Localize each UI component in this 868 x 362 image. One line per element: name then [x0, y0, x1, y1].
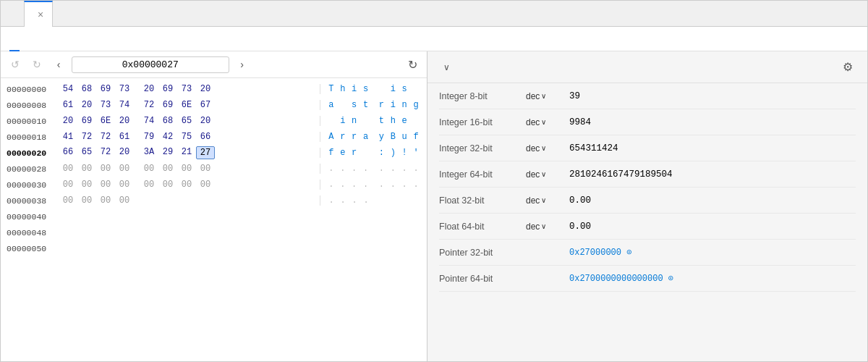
hex-byte[interactable]: 72 [96, 131, 115, 143]
value-data: 0x2700000000000000 ⊙ [569, 273, 856, 284]
hex-byte[interactable]: 00 [96, 195, 115, 206]
hex-byte[interactable]: 42 [158, 131, 177, 143]
hex-byte[interactable]: 6E [96, 115, 115, 127]
value-data: 0.00 [569, 222, 856, 232]
hex-byte[interactable]: 68 [158, 115, 177, 127]
ascii-char: . [411, 180, 421, 190]
endian-selector[interactable]: ∨ [439, 62, 450, 72]
hex-byte[interactable]: 79 [140, 131, 158, 143]
hex-byte[interactable]: 00 [158, 179, 177, 190]
hex-byte[interactable]: 20 [77, 99, 96, 111]
ascii-char: T [326, 84, 336, 94]
value-format-selector[interactable]: dec∨ [526, 91, 569, 101]
hex-byte[interactable]: 69 [77, 115, 96, 127]
hex-byte[interactable]: 20 [115, 146, 134, 159]
refresh-button[interactable]: ↻ [404, 56, 421, 73]
hex-byte[interactable]: 00 [77, 163, 96, 174]
hex-bytes-group: 00000000 [59, 195, 320, 206]
hex-byte[interactable]: 00 [96, 163, 115, 174]
ascii-char [326, 116, 336, 126]
hex-byte[interactable]: 54 [59, 83, 77, 95]
hex-byte[interactable]: 00 [77, 179, 96, 190]
hex-row: 000000005468697320697320This is [7, 81, 421, 97]
hex-byte[interactable]: 72 [140, 99, 158, 111]
hex-byte[interactable]: 00 [177, 179, 196, 190]
hex-byte[interactable]: 21 [177, 146, 196, 159]
hex-byte[interactable]: 00 [196, 163, 215, 174]
address-input[interactable] [72, 56, 229, 73]
hex-byte[interactable]: 20 [140, 83, 158, 95]
hex-byte[interactable]: 00 [115, 179, 134, 190]
hex-byte[interactable]: 00 [158, 163, 177, 174]
value-format-selector[interactable]: dec∨ [526, 169, 569, 180]
hex-byte[interactable]: 29 [158, 146, 177, 159]
hex-byte[interactable]: 65 [77, 146, 96, 159]
hex-byte[interactable]: 74 [115, 99, 134, 111]
pointer-link[interactable]: 0x27000000 ⊙ [569, 248, 631, 258]
value-row: Integer 8-bitdec∨39 [439, 83, 856, 109]
hex-byte[interactable]: 27 [196, 146, 215, 159]
hex-byte[interactable]: 73 [115, 83, 134, 95]
hex-byte[interactable]: 00 [177, 163, 196, 174]
hex-byte[interactable]: 69 [158, 83, 177, 95]
hex-byte[interactable]: 6E [177, 99, 196, 111]
hex-byte[interactable]: 66 [59, 146, 77, 159]
sub-tab-bar [1, 27, 867, 51]
hex-byte[interactable]: 00 [115, 163, 134, 174]
hex-byte[interactable]: 00 [59, 195, 77, 206]
ascii-char: u [399, 132, 409, 142]
array-buffer-tab[interactable] [9, 27, 20, 51]
hex-byte[interactable]: 74 [140, 115, 158, 127]
value-format-selector[interactable]: dec∨ [526, 117, 569, 127]
undo-button[interactable]: ↺ [7, 56, 24, 73]
hex-byte[interactable]: 75 [177, 131, 196, 143]
main-content: ↺ ↻ ‹ › ↻ 000000005468697320697320This i… [1, 51, 867, 361]
hex-byte[interactable]: 00 [96, 179, 115, 190]
value-format-selector[interactable]: dec∨ [526, 195, 569, 206]
ascii-char: t [361, 100, 371, 110]
settings-gear-icon[interactable]: ⚙ [840, 57, 856, 77]
hex-byte[interactable]: 73 [177, 83, 196, 95]
hex-byte[interactable]: 00 [59, 163, 77, 174]
hex-byte[interactable]: 61 [59, 99, 77, 111]
hex-byte[interactable]: 20 [196, 115, 215, 127]
ascii-char: s [349, 100, 359, 110]
hex-byte[interactable]: 00 [59, 179, 77, 190]
hex-byte[interactable]: 20 [196, 83, 215, 95]
hex-byte[interactable]: 00 [140, 179, 158, 190]
hex-byte[interactable]: 68 [77, 83, 96, 95]
tab-memory-inspector[interactable]: × [24, 1, 53, 27]
hex-byte[interactable]: 20 [115, 115, 134, 127]
hex-byte[interactable]: 72 [96, 146, 115, 159]
hex-byte[interactable]: 00 [115, 195, 134, 206]
hex-byte[interactable]: 61 [115, 131, 134, 143]
hex-byte[interactable]: 00 [77, 195, 96, 206]
hex-byte[interactable]: 66 [196, 131, 215, 143]
hex-byte[interactable]: 69 [96, 83, 115, 95]
window-close-button[interactable] [850, 11, 861, 17]
nav-prev-button[interactable]: ‹ [50, 56, 67, 73]
pointer-link[interactable]: 0x2700000000000000 ⊙ [569, 274, 673, 284]
value-format-selector[interactable]: dec∨ [526, 143, 569, 153]
hex-byte[interactable]: 72 [77, 131, 96, 143]
hex-byte[interactable]: 41 [59, 131, 77, 143]
hex-byte[interactable]: 3A [140, 146, 158, 159]
ascii-column: ArrayBuf [320, 132, 421, 142]
hex-byte[interactable]: 73 [96, 99, 115, 111]
hex-byte[interactable]: 00 [140, 163, 158, 174]
ascii-char: r [349, 148, 359, 158]
tab-console[interactable] [7, 1, 24, 27]
nav-next-button[interactable]: › [234, 56, 251, 73]
value-row: Integer 32-bitdec∨654311424 [439, 135, 856, 161]
hex-byte[interactable]: 67 [196, 99, 215, 111]
tab-memory-inspector-close[interactable]: × [38, 9, 43, 20]
redo-button[interactable]: ↻ [28, 56, 46, 73]
hex-byte[interactable]: 69 [158, 99, 177, 111]
value-format-selector[interactable]: dec∨ [526, 222, 569, 232]
ascii-char: . [349, 164, 359, 174]
hex-byte[interactable]: 00 [196, 179, 215, 190]
hex-row: 000000300000000000000000........ [7, 177, 421, 193]
hex-byte[interactable]: 20 [59, 115, 77, 127]
hex-byte[interactable]: 65 [177, 115, 196, 127]
address-bar: ↺ ↻ ‹ › ↻ [1, 51, 427, 78]
